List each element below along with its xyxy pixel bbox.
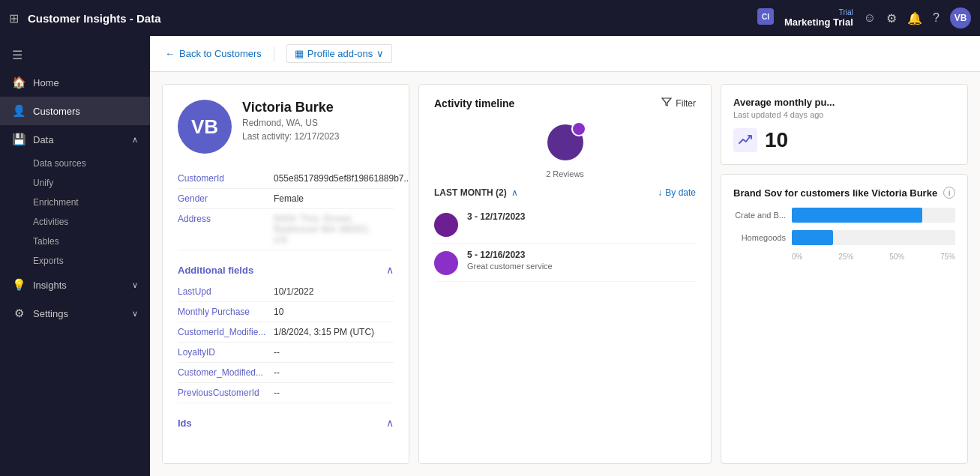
activity-info: 5 - 12/16/2023 Great customer service — [467, 250, 696, 271]
main-layout: ☰ 🏠 Home 👤 Customers 💾 Data ∧ Data sourc… — [0, 36, 980, 476]
page-content: VB Victoria Burke Redmond, WA, US Last a… — [150, 72, 980, 476]
axis-label-1: 25% — [838, 253, 853, 261]
field-label: Customer_Modified... — [178, 367, 268, 378]
axis-label-2: 50% — [889, 253, 904, 261]
trend-icon — [733, 128, 757, 152]
bar-label: Crate and B... — [733, 211, 786, 220]
sidebar-item-customers[interactable]: 👤 Customers — [0, 97, 150, 125]
profile-addons-btn[interactable]: ▦ Profile add-ons ∨ — [286, 44, 392, 63]
sidebar-item-label: Data — [33, 134, 53, 145]
activity-header: Activity timeline Filter — [434, 97, 696, 109]
month-label: LAST MONTH (2) — [434, 187, 507, 198]
sidebar-sub-unify[interactable]: Unify — [0, 173, 150, 193]
sidebar-sub-tables[interactable]: Tables — [0, 232, 150, 251]
customer-last-activity: Last activity: 12/17/2023 — [242, 131, 339, 142]
back-label: Back to Customers — [179, 48, 262, 59]
field-value: 10/1/2022 — [274, 286, 313, 297]
back-to-customers-btn[interactable]: ← Back to Customers — [165, 48, 262, 59]
expand-icon: ∧ — [132, 135, 138, 145]
cluster-count: 2 Reviews — [434, 169, 696, 178]
sort-label: By date — [665, 187, 696, 198]
sidebar-sub-datasources[interactable]: Data sources — [0, 154, 150, 173]
sidebar-sub-exports[interactable]: Exports — [0, 251, 150, 271]
field-value: -- — [274, 347, 280, 358]
sort-btn[interactable]: ↓ By date — [658, 187, 696, 198]
sidebar-item-label: Settings — [33, 308, 68, 319]
expand-icon: ∨ — [132, 309, 138, 319]
field-row-customer-modified: Customer_Modified... -- — [178, 363, 394, 383]
field-label: LastUpd — [178, 286, 268, 297]
activity-dot — [434, 213, 458, 237]
field-value: 1/8/2024, 3:15 PM (UTC) — [274, 327, 374, 337]
insights-icon: 💡 — [12, 278, 25, 292]
ids-label: Ids — [178, 418, 192, 429]
filter-btn[interactable]: Filter — [661, 97, 696, 109]
back-arrow-icon: ← — [165, 48, 175, 59]
field-value: -- — [274, 367, 280, 378]
bar-row-1: Homegoods — [733, 230, 955, 245]
sidebar-sub-activities[interactable]: Activities — [0, 212, 150, 232]
bar-fill — [792, 230, 833, 245]
sidebar-sub-enrichment[interactable]: Enrichment — [0, 193, 150, 212]
settings-icon: ⚙ — [12, 307, 25, 320]
collapse-ids-icon[interactable]: ∧ — [386, 417, 394, 429]
field-label: LoyaltyID — [178, 347, 268, 358]
brand-card: Brand Sov for customers like Victoria Bu… — [721, 174, 968, 464]
smiley-icon[interactable]: ☺ — [864, 11, 876, 25]
info-icon[interactable]: i — [943, 187, 955, 199]
customer-card: VB Victoria Burke Redmond, WA, US Last a… — [162, 84, 409, 464]
expand-month-icon[interactable]: ∧ — [511, 187, 518, 198]
activity-item-1: 5 - 12/16/2023 Great customer service — [434, 244, 696, 282]
activity-note: Great customer service — [467, 262, 696, 271]
data-icon: 💾 — [12, 133, 25, 146]
filter-icon — [661, 97, 672, 109]
activity-title: Activity timeline — [434, 97, 514, 109]
field-row-monthlypurchase: Monthly Purchase 10 — [178, 302, 394, 322]
metric-subtitle: Last updated 4 days ago — [733, 110, 955, 119]
customer-name: Victoria Burke — [242, 100, 339, 115]
svg-text:CI: CI — [762, 13, 769, 21]
bar-track — [792, 208, 955, 223]
content-area: ← Back to Customers ▦ Profile add-ons ∨ … — [150, 36, 980, 476]
sidebar-item-data[interactable]: 💾 Data ∧ — [0, 125, 150, 154]
bar-chart: Crate and B... Homegoods 0 — [733, 208, 955, 261]
activity-summary: 5 - 12/16/2023 — [467, 250, 696, 260]
hamburger-icon[interactable]: ☰ — [0, 42, 150, 68]
bell-icon[interactable]: 🔔 — [907, 11, 922, 25]
expand-icon: ∨ — [132, 280, 138, 290]
home-icon: 🏠 — [12, 76, 25, 89]
sidebar-item-label: Home — [33, 77, 59, 88]
grid-icon[interactable]: ⊞ — [9, 11, 19, 25]
right-panel: Average monthly pu... Last updated 4 day… — [721, 84, 968, 464]
bar-axis: 0% 25% 50% 75% — [733, 253, 955, 261]
activity-info: 3 - 12/17/2023 — [467, 211, 696, 222]
sort-icon: ↓ — [658, 187, 662, 198]
app-title: Customer Insights - Data — [28, 12, 748, 25]
avatar[interactable]: VB — [950, 7, 971, 28]
month-header: LAST MONTH (2) ∧ ↓ By date — [434, 187, 696, 198]
field-value: -- — [274, 388, 280, 398]
field-value-address: 5000 This Street,Redmond WA 98052,US — [274, 214, 372, 245]
help-icon[interactable]: ? — [933, 11, 940, 25]
sidebar-item-insights[interactable]: 💡 Insights ∨ — [0, 271, 150, 299]
activity-card: Activity timeline Filter 2 Revie — [418, 84, 712, 464]
field-value: 055e8517899d5ef8f19861889b7... — [274, 173, 409, 184]
bar-track — [792, 230, 955, 245]
brand-title-row: Brand Sov for customers like Victoria Bu… — [733, 187, 955, 199]
bar-fill — [792, 208, 922, 223]
field-value: Female — [274, 193, 304, 204]
collapse-icon[interactable]: ∧ — [386, 264, 394, 276]
activity-item-0: 3 - 12/17/2023 — [434, 205, 696, 244]
chevron-down-icon: ∨ — [376, 48, 384, 59]
sidebar-item-settings[interactable]: ⚙ Settings ∨ — [0, 299, 150, 328]
field-value: 10 — [274, 307, 283, 317]
trial-badge: Trial Marketing Trial — [784, 8, 853, 28]
sidebar-item-label: Customers — [33, 106, 80, 117]
sidebar-item-home[interactable]: 🏠 Home — [0, 68, 150, 97]
additional-fields-header: Additional fields ∧ — [178, 256, 394, 282]
gear-icon[interactable]: ⚙ — [886, 11, 897, 25]
month-group: LAST MONTH (2) ∧ ↓ By date 3 - 12/17/202… — [434, 187, 696, 282]
customer-location: Redmond, WA, US — [242, 118, 339, 128]
field-label: CustomerId_Modifie... — [178, 327, 268, 337]
field-row-lastupd: LastUpd 10/1/2022 — [178, 282, 394, 302]
